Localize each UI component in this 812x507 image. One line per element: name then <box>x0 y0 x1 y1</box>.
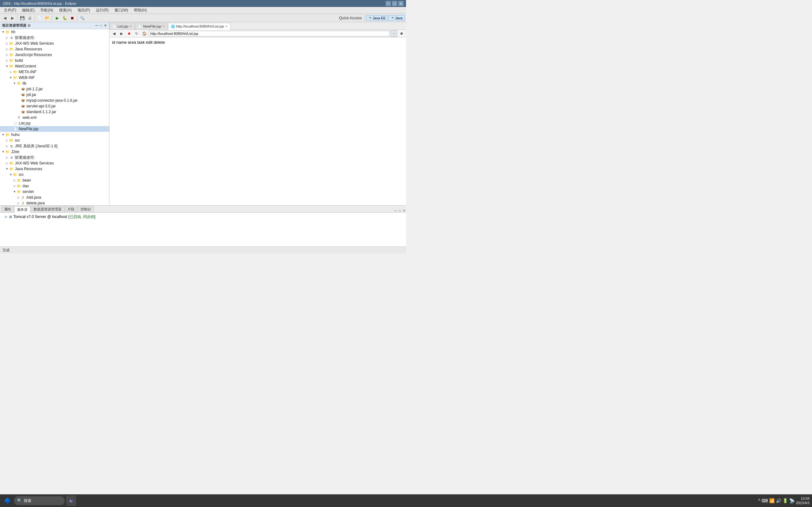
perspective-java[interactable]: ☕ Java <box>389 15 405 21</box>
toggle-hh-lib[interactable]: ▼ <box>13 81 16 85</box>
toggle-hh-deploy[interactable]: ▷ <box>5 36 9 40</box>
browser-forward-btn[interactable]: ▶ <box>118 31 125 37</box>
tree-j2ee-deploy[interactable]: ▷ ⚙ 部署描述符: <box>0 155 109 160</box>
tree-j2ee-src[interactable]: ▼ 📁 src <box>0 172 109 177</box>
panel-maximize-btn[interactable]: □ <box>100 24 103 27</box>
server-list-item[interactable]: ▷ 🖥 Tomcat v7.0 Server @ localhost [已启动,… <box>3 214 403 220</box>
toggle-huhu[interactable]: ▼ <box>1 133 5 136</box>
menu-window[interactable]: 窗口(W) <box>112 7 131 14</box>
toggle-hh-javascript[interactable]: ▷ <box>5 53 9 57</box>
toggle-j2ee-src[interactable]: ▼ <box>9 173 13 176</box>
toggle-j2ee-bean[interactable]: ▷ <box>13 178 16 182</box>
tree-j2ee-dao[interactable]: ▷ 📁 dao <box>0 183 109 189</box>
bottom-tab-console[interactable]: 控制台 <box>78 206 94 212</box>
tree-j2ee-servlet[interactable]: ▼ 📁 servlet <box>0 189 109 194</box>
tree-hh-jaxws[interactable]: ▷ 📁 JAX-WS Web Services <box>0 41 109 46</box>
toolbar-debug[interactable]: 🐛 <box>61 14 68 21</box>
tab-listjsp-close[interactable]: ✕ <box>130 25 132 28</box>
bottom-tab-servers[interactable]: 服务器 <box>14 206 31 213</box>
tree-hh-webcontent[interactable]: ▼ 📁 WebContent <box>0 63 109 69</box>
toggle-hh-webinf[interactable]: ▼ <box>9 76 13 79</box>
tree-j2ee-bean[interactable]: ▷ 📁 bean <box>0 177 109 183</box>
bottom-tab-datasource[interactable]: 数据源资源管理器 <box>31 206 64 212</box>
bottom-tab-properties[interactable]: 属性 <box>1 206 14 212</box>
tree-hh-java[interactable]: ▷ 📁 Java Resources <box>0 46 109 52</box>
tree-huhu-src[interactable]: ▷ 📁 src <box>0 137 109 143</box>
tree-hh-listjsp[interactable]: 📄 List.jsp <box>0 120 109 126</box>
toolbar-back[interactable]: ◀ <box>1 14 8 21</box>
tree-project-j2ee[interactable]: ▼ 📁 J2ee <box>0 149 109 155</box>
toolbar-save[interactable]: 💾 <box>19 14 26 21</box>
close-button[interactable]: ✕ <box>398 1 403 6</box>
bottom-minimize-btn[interactable]: — <box>393 209 398 212</box>
tree-hh-webxml[interactable]: 🗒 web.xml <box>0 115 109 120</box>
toggle-j2ee-delete[interactable]: ▷ <box>16 201 20 205</box>
toggle-hh-webcontent[interactable]: ▼ <box>5 64 9 68</box>
tree-project-huhu[interactable]: ▼ 📁 huhu <box>0 132 109 137</box>
tree-hh-javascript[interactable]: ▷ 📁 JavaScript Resources <box>0 52 109 58</box>
browser-stop2-btn[interactable]: ⏹ <box>398 31 405 37</box>
browser-url-input[interactable] <box>149 31 390 37</box>
toggle-hh-java[interactable]: ▷ <box>5 47 9 51</box>
toggle-j2ee-java[interactable]: ▼ <box>5 167 9 171</box>
toggle-hh-metainf[interactable]: ▷ <box>9 70 13 74</box>
toggle-j2ee-jaxws[interactable]: ▷ <box>5 161 9 165</box>
bottom-tab-snippet[interactable]: 片段 <box>65 206 78 212</box>
toolbar-forward[interactable]: ▶ <box>9 14 16 21</box>
tree-hh-newfile[interactable]: 📄 NewFile.jsp <box>0 126 109 132</box>
tree-project-hh[interactable]: ▼ 📁 hh <box>0 29 109 35</box>
menu-help[interactable]: 帮助(H) <box>131 7 149 14</box>
browser-home-btn[interactable]: 🏠 <box>141 31 148 37</box>
menu-edit[interactable]: 编辑(E) <box>19 7 37 14</box>
minimize-button[interactable]: ─ <box>386 1 391 6</box>
tree-hh-lib[interactable]: ▼ 📁 lib <box>0 80 109 86</box>
panel-minimize-btn[interactable]: — <box>95 24 99 27</box>
toggle-j2ee-servlet[interactable]: ▼ <box>13 190 16 193</box>
tree-hh-servlet[interactable]: 📦 servlet-api-3.0.jar <box>0 103 109 109</box>
toolbar-open[interactable]: 📂 <box>44 14 51 21</box>
tree-j2ee-jaxws[interactable]: ▷ 📁 JAX-WS Web Services <box>0 160 109 166</box>
toggle-hh[interactable]: ▼ <box>1 30 5 34</box>
toolbar-search[interactable]: 🔍 <box>79 14 86 21</box>
bottom-maximize-btn[interactable]: □ <box>398 209 402 212</box>
tab-browser-close[interactable]: ✕ <box>225 25 228 28</box>
toggle-huhu-jre[interactable]: ▷ <box>5 144 9 148</box>
tree-hh-jstl12[interactable]: 📦 jstl-1.2.jar <box>0 86 109 92</box>
toolbar-new[interactable]: 📄 <box>36 14 43 21</box>
tab-browser[interactable]: 🌐 http://localhost:8080/hh/List.jsp ✕ <box>168 23 231 30</box>
tree-hh-metainf[interactable]: ▷ 📁 META-INF <box>0 69 109 75</box>
tree-hh-mysql[interactable]: 📦 mysql-connector-java-5.1.6.jar <box>0 98 109 103</box>
tree-hh-standard[interactable]: 📦 standard-1.1.2.jar <box>0 109 109 115</box>
project-tree[interactable]: ▼ 📁 hh ▷ ⚙ 部署描述符: ▷ 📁 JAX-WS Web Service… <box>0 29 109 205</box>
tree-hh-jstl[interactable]: 📦 jstl.jar <box>0 92 109 98</box>
toolbar-print[interactable]: 🖨 <box>26 14 33 21</box>
tab-listjsp[interactable]: 📄 List.jsp ✕ <box>109 22 135 30</box>
toolbar-stop[interactable]: ⏹ <box>69 14 76 21</box>
toggle-hh-build[interactable]: ▷ <box>5 59 9 62</box>
browser-go-btn[interactable]: → <box>391 31 397 37</box>
toolbar-run[interactable]: ▶ <box>54 14 61 21</box>
menu-run[interactable]: 运行(R) <box>93 7 111 14</box>
tree-j2ee-delete[interactable]: ▷ J delete.java <box>0 200 109 205</box>
tree-huhu-jre[interactable]: ▷ ☕ JRE 系统库 [JavaSE-1.8] <box>0 143 109 149</box>
tree-hh-deploy[interactable]: ▷ ⚙ 部署描述符: <box>0 35 109 41</box>
server-toggle[interactable]: ▷ <box>5 215 7 218</box>
menu-navigate[interactable]: 导航(N) <box>38 7 56 14</box>
tab-newfile[interactable]: 📄 NewFile.jsp ✕ <box>135 22 168 30</box>
toggle-j2ee-add[interactable]: ▷ <box>16 195 20 199</box>
toggle-j2ee[interactable]: ▼ <box>1 150 5 154</box>
tree-j2ee-java[interactable]: ▼ 📁 Java Resources <box>0 166 109 172</box>
toggle-huhu-src[interactable]: ▷ <box>5 138 9 142</box>
perspective-javaee[interactable]: ☕ Java EE <box>366 15 388 21</box>
browser-refresh-btn[interactable]: ↻ <box>134 31 140 37</box>
menu-file[interactable]: 文件(F) <box>1 7 19 14</box>
tree-j2ee-add[interactable]: ▷ J Add.java <box>0 194 109 200</box>
tree-hh-webinf[interactable]: ▼ 📁 WEB-INF <box>0 75 109 80</box>
tree-hh-build[interactable]: ▷ 📁 build <box>0 58 109 63</box>
toggle-j2ee-deploy[interactable]: ▷ <box>5 156 9 159</box>
panel-close-btn[interactable]: ✕ <box>103 24 107 27</box>
menu-search[interactable]: 搜索(A) <box>56 7 74 14</box>
toggle-hh-jaxws[interactable]: ▷ <box>5 42 9 45</box>
browser-stop-btn[interactable]: ■ <box>126 31 132 37</box>
maximize-button[interactable]: □ <box>392 1 397 6</box>
